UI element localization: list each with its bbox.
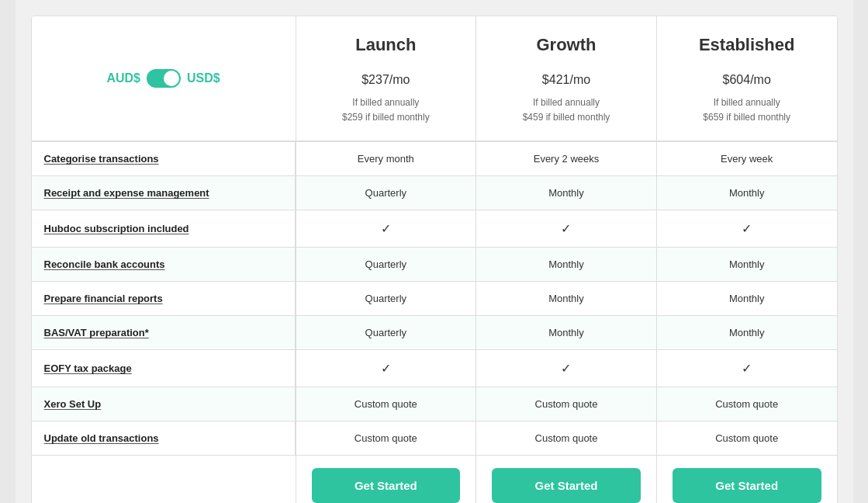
currency-aud-label: AUD$ (106, 71, 140, 85)
plan-period-growth: /mo (569, 73, 590, 86)
feature-value: Monthly (656, 176, 837, 210)
plan-billing-launch: If billed annually $259 if billed monthl… (309, 95, 464, 125)
plan-billing-established: If billed annually $659 if billed monthl… (669, 95, 825, 125)
feature-value: Custom quote (475, 387, 656, 421)
plan-price-value-established: $604 (723, 73, 751, 86)
currency-toggle-switch[interactable] (147, 69, 181, 88)
feature-value: Custom quote (656, 387, 837, 421)
plan-price-launch: $237/mo (309, 64, 464, 89)
feature-value: Every 2 weeks (475, 142, 656, 175)
plan-header-launch: Launch $237/mo If billed annually $259 i… (296, 16, 476, 140)
pricing-table: AUD$ USD$ Launch $237/mo If billed annua… (31, 16, 838, 503)
cta-button-launch[interactable]: Get Started (312, 468, 461, 503)
feature-value: Quarterly (296, 316, 476, 349)
checkmark-icon: ✓ (381, 221, 391, 236)
cta-button-growth[interactable]: Get Started (492, 468, 641, 503)
feature-value: Every month (296, 142, 476, 175)
feature-value: Quarterly (296, 248, 476, 281)
cta-row: Get Started Get Started Get Started (32, 455, 837, 503)
currency-usd-label: USD$ (187, 71, 220, 85)
plan-header-growth: Growth $421/mo If billed annually $459 i… (475, 16, 656, 140)
feature-row: Hubdoc subscription included✓✓✓ (32, 210, 837, 247)
plan-billing-line2-established: $659 if billed monthly (703, 112, 790, 123)
plan-period-launch: /mo (389, 73, 410, 86)
feature-label: Reconcile bank accounts (32, 248, 296, 281)
feature-label: Prepare financial reports (32, 282, 296, 315)
feature-row: EOFY tax package✓✓✓ (32, 349, 837, 387)
cta-button-established[interactable]: Get Started (673, 468, 821, 503)
feature-row: Receipt and expense managementQuarterlyM… (32, 175, 837, 210)
feature-value: Custom quote (475, 421, 656, 455)
feature-label: BAS/VAT preparation* (32, 316, 296, 349)
header-row: AUD$ USD$ Launch $237/mo If billed annua… (32, 16, 837, 141)
plan-billing-line2-launch: $259 if billed monthly (342, 112, 430, 123)
feature-value: Quarterly (296, 282, 476, 315)
feature-value: Monthly (475, 176, 656, 210)
feature-value: Every week (656, 142, 837, 175)
checkmark-icon: ✓ (561, 221, 571, 236)
feature-value: ✓ (296, 210, 476, 247)
feature-value: ✓ (656, 350, 837, 387)
pricing-wrapper: AUD$ USD$ Launch $237/mo If billed annua… (16, 0, 853, 503)
feature-row: Reconcile bank accountsQuarterlyMonthlyM… (32, 247, 837, 281)
feature-label: Receipt and expense management (32, 176, 296, 210)
checkmark-icon: ✓ (561, 361, 571, 376)
feature-value: ✓ (475, 350, 656, 387)
feature-value: Custom quote (296, 421, 476, 455)
plan-price-established: $604/mo (669, 64, 825, 89)
checkmark-icon: ✓ (742, 221, 752, 236)
feature-row: Categorise transactionsEvery monthEvery … (32, 141, 837, 175)
plan-name-established: Established (669, 35, 825, 55)
checkmark-icon: ✓ (381, 361, 391, 376)
feature-value: Monthly (475, 248, 656, 281)
cta-cell-growth: Get Started (475, 456, 656, 503)
feature-value: Monthly (475, 282, 656, 315)
feature-row: Xero Set UpCustom quoteCustom quoteCusto… (32, 387, 837, 421)
plan-price-growth: $421/mo (489, 64, 644, 89)
feature-value: Monthly (656, 248, 837, 281)
feature-label: Categorise transactions (32, 142, 296, 175)
feature-row: Prepare financial reportsQuarterlyMonthl… (32, 281, 837, 315)
plan-price-value-growth: $421 (542, 73, 570, 86)
feature-value: ✓ (656, 210, 837, 247)
cta-empty-cell (32, 456, 296, 503)
currency-toggle[interactable]: AUD$ USD$ (106, 69, 220, 88)
currency-toggle-cell: AUD$ USD$ (32, 16, 296, 140)
feature-value: ✓ (475, 210, 656, 247)
feature-value: Monthly (656, 316, 837, 349)
plan-billing-line2-growth: $459 if billed monthly (523, 112, 610, 123)
feature-value: Monthly (475, 316, 656, 349)
feature-label: Xero Set Up (32, 387, 296, 421)
feature-label: Hubdoc subscription included (32, 210, 296, 247)
checkmark-icon: ✓ (742, 361, 752, 376)
feature-row: BAS/VAT preparation*QuarterlyMonthlyMont… (32, 315, 837, 349)
feature-rows-container: Categorise transactionsEvery monthEvery … (32, 141, 837, 455)
feature-row: Update old transactionsCustom quoteCusto… (32, 421, 837, 455)
cta-cell-established: Get Started (656, 456, 837, 503)
feature-value: Custom quote (296, 387, 476, 421)
plan-header-established: Established $604/mo If billed annually $… (656, 16, 837, 140)
feature-label: Update old transactions (32, 421, 296, 455)
plan-billing-growth: If billed annually $459 if billed monthl… (489, 95, 644, 125)
feature-value: Quarterly (296, 176, 476, 210)
plan-billing-line1-launch: If billed annually (352, 97, 419, 108)
feature-value: Custom quote (656, 421, 837, 455)
cta-cell-launch: Get Started (296, 456, 476, 503)
plan-billing-line1-growth: If billed annually (533, 97, 600, 108)
plan-name-growth: Growth (489, 35, 644, 55)
feature-value: ✓ (296, 350, 476, 387)
plan-period-established: /mo (750, 73, 771, 86)
toggle-knob (164, 71, 179, 86)
plan-price-value-launch: $237 (361, 73, 389, 86)
plan-name-launch: Launch (309, 35, 464, 55)
feature-label: EOFY tax package (32, 350, 296, 387)
feature-value: Monthly (656, 282, 837, 315)
plan-billing-line1-established: If billed annually (714, 97, 780, 108)
